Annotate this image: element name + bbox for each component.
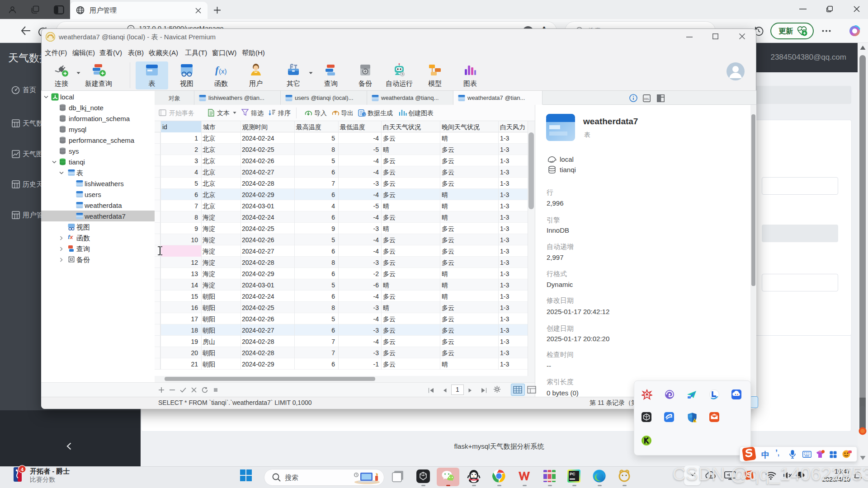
svg-text:101: 101: [363, 113, 366, 116]
svg-text:PC: PC: [570, 472, 576, 476]
svg-text:DDL: DDL: [644, 98, 650, 100]
svg-text:(x): (x): [219, 67, 227, 75]
svg-text:4: 4: [21, 467, 24, 472]
